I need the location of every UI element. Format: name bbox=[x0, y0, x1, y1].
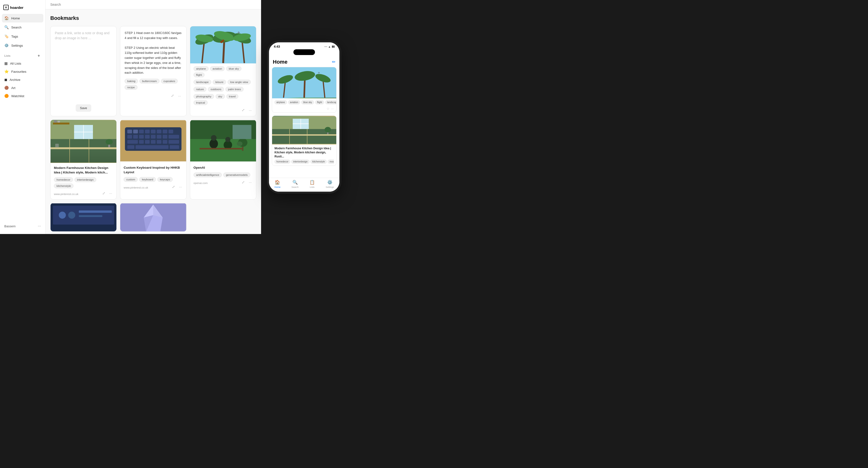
logo-text: hoarder bbox=[10, 5, 24, 9]
tag-cupcakes[interactable]: cupcakes bbox=[161, 79, 178, 83]
tag-flight[interactable]: flight bbox=[193, 72, 205, 77]
phone-tag-blue-sky[interactable]: blue sky bbox=[301, 100, 314, 104]
favourites-label: Favourites bbox=[11, 70, 26, 73]
add-list-button[interactable]: + bbox=[37, 54, 41, 58]
tag-blue-sky[interactable]: blue sky bbox=[226, 66, 242, 71]
save-button[interactable]: Save bbox=[76, 104, 92, 112]
phone-tag-modern[interactable]: modern bbox=[328, 160, 334, 164]
tag-palm-trees[interactable]: palm trees bbox=[225, 87, 244, 92]
phone-star-icon[interactable]: ☆ bbox=[327, 107, 330, 110]
svg-point-61 bbox=[211, 135, 217, 141]
expand-button[interactable]: ⤢ bbox=[170, 93, 175, 98]
user-name: Bassem bbox=[4, 225, 16, 228]
app-logo[interactable]: H hoarder bbox=[0, 3, 45, 14]
tag-tropical[interactable]: tropical bbox=[193, 100, 208, 105]
svg-point-26 bbox=[105, 139, 113, 145]
kitchen-more-button[interactable]: ··· bbox=[108, 191, 113, 196]
tag-airplane[interactable]: airplane bbox=[193, 66, 209, 71]
sidebar-item-favourites[interactable]: ⭐ Favourites bbox=[0, 67, 45, 76]
phone-nav-settings[interactable]: ⚙️ Settings bbox=[326, 180, 334, 188]
sidebar-item-archive[interactable]: ◼ Archive bbox=[0, 76, 45, 84]
palm-more-button[interactable]: ··· bbox=[248, 107, 253, 113]
phone-edit-icon[interactable]: ✏ bbox=[332, 59, 336, 65]
phone-nav-search[interactable]: 🔍 Search bbox=[291, 180, 299, 188]
palm-expand-button[interactable]: ⤢ bbox=[241, 107, 246, 113]
phone-panel: 4:43 ···· ▲ ▮▮ Home ✏ bbox=[261, 0, 347, 234]
sidebar-item-search[interactable]: 🔍 Search bbox=[2, 23, 43, 32]
tag-homedecor[interactable]: homedecor bbox=[54, 177, 73, 182]
keyboard-image bbox=[120, 120, 186, 163]
openai-url: openai.com bbox=[193, 181, 208, 185]
phone-nav-lists[interactable]: 📋 Lists bbox=[309, 180, 315, 188]
openai-actions: openai.com ⤢ ··· bbox=[193, 180, 253, 185]
tag-buttercream[interactable]: buttercream bbox=[140, 79, 159, 83]
svg-point-71 bbox=[59, 211, 66, 219]
keyboard-card: Custom Keyboard Inspired by HHKB Layout … bbox=[120, 120, 186, 200]
tag-sky[interactable]: sky bbox=[216, 94, 225, 99]
search-input[interactable] bbox=[50, 3, 256, 6]
svg-rect-50 bbox=[157, 140, 162, 144]
svg-rect-53 bbox=[127, 145, 134, 149]
tag-keycaps[interactable]: keycaps bbox=[157, 177, 173, 182]
phone-kitchen-title: Modern Farmhouse Kitchen Design Idea | K… bbox=[275, 146, 334, 158]
svg-rect-33 bbox=[145, 130, 150, 134]
sidebar-item-tags[interactable]: 🏷️ Tags bbox=[2, 32, 43, 41]
tag-baking[interactable]: baking bbox=[125, 79, 138, 83]
phone-more-icon[interactable]: ··· bbox=[331, 107, 334, 110]
keyboard-expand-button[interactable]: ⤢ bbox=[171, 184, 176, 190]
phone-kitchen-image bbox=[272, 116, 336, 144]
tag-generative[interactable]: generativemodels bbox=[223, 172, 250, 177]
phone-tag-aviation[interactable]: aviation bbox=[288, 100, 300, 104]
openai-image bbox=[190, 120, 256, 163]
tag-ai[interactable]: artificialintelligence bbox=[193, 172, 222, 177]
phone-tag-airplane[interactable]: airplane bbox=[275, 100, 287, 104]
sidebar-item-home[interactable]: 🏠 Home bbox=[2, 14, 43, 23]
openai-expand-button[interactable]: ⤢ bbox=[241, 180, 246, 185]
tag-recipe[interactable]: recipe bbox=[125, 85, 137, 90]
tag-travel[interactable]: travel bbox=[226, 94, 238, 99]
svg-rect-49 bbox=[151, 140, 156, 144]
svg-rect-24 bbox=[58, 121, 60, 123]
settings-icon: ⚙️ bbox=[4, 43, 9, 47]
svg-rect-27 bbox=[55, 144, 59, 147]
sidebar-item-watchlist[interactable]: 🟠 Watchlist bbox=[0, 92, 45, 100]
phone-kitchen-card: Modern Farmhouse Kitchen Design Idea | K… bbox=[272, 115, 337, 166]
bookmarks-grid: Paste a link, write a note or drag and d… bbox=[50, 26, 256, 232]
kitchen-expand-button[interactable]: ⤢ bbox=[101, 191, 106, 196]
phone-tag-kitchenstyle[interactable]: kitchenstyle bbox=[310, 160, 327, 164]
keyboard-more-button[interactable]: ··· bbox=[178, 184, 183, 190]
phone-tag-homedecor[interactable]: homedecor bbox=[275, 160, 290, 164]
openai-more-button[interactable]: ··· bbox=[248, 180, 253, 185]
lists-title: Lists bbox=[4, 54, 10, 57]
sidebar: H hoarder 🏠 Home 🔍 Search 🏷️ Tags ⚙️ bbox=[0, 0, 45, 234]
phone-tag-interiordesign[interactable]: interiordesign bbox=[291, 160, 309, 164]
tag-custom[interactable]: custom bbox=[124, 177, 138, 182]
footer-more-button[interactable]: ··· bbox=[38, 224, 41, 228]
tag-leisure[interactable]: leisure bbox=[213, 80, 226, 85]
tag-keyboard[interactable]: keyboard bbox=[139, 177, 156, 182]
tag-kitchenstyle[interactable]: kitchenstyle bbox=[54, 183, 73, 188]
tag-aviation[interactable]: aviation bbox=[210, 66, 225, 71]
tag-photography[interactable]: photography bbox=[193, 94, 214, 99]
watchlist-label: Watchlist bbox=[11, 94, 24, 98]
svg-rect-48 bbox=[145, 140, 150, 144]
tag-low-angle[interactable]: low angle view bbox=[227, 80, 251, 85]
phone-tag-flight[interactable]: flight bbox=[315, 100, 324, 104]
phone-nav-home[interactable]: 🏠 Home bbox=[275, 180, 280, 188]
lists-section-header: Lists + bbox=[0, 50, 45, 59]
phone-palm-image: ✈ bbox=[272, 67, 336, 98]
tag-nature[interactable]: nature bbox=[193, 87, 207, 92]
sidebar-item-art[interactable]: 🟤 Art bbox=[0, 84, 45, 92]
tag-outdoors[interactable]: outdoors bbox=[208, 87, 224, 92]
tag-interiordesign[interactable]: interiordesign bbox=[74, 177, 96, 182]
phone-tag-landscape[interactable]: landscape bbox=[325, 100, 336, 104]
svg-rect-15 bbox=[51, 139, 69, 163]
svg-rect-22 bbox=[53, 123, 69, 125]
sidebar-item-all-lists[interactable]: ▦ All Lists bbox=[0, 59, 45, 67]
svg-rect-67 bbox=[232, 125, 251, 139]
more-button[interactable]: ··· bbox=[177, 93, 182, 98]
tag-landscape[interactable]: landscape bbox=[193, 80, 211, 85]
sidebar-item-settings[interactable]: ⚙️ Settings bbox=[2, 41, 43, 50]
palm-tags-row4: photography sky travel tropical bbox=[193, 94, 253, 105]
phone-page-title: Home bbox=[273, 59, 287, 65]
